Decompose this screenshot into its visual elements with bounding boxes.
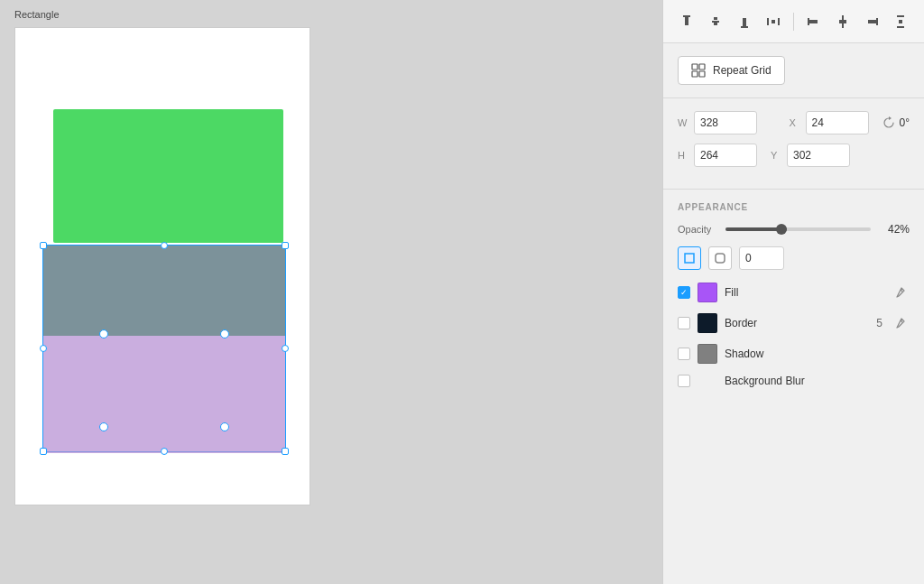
blur-checkbox[interactable] (678, 375, 690, 387)
fill-row: Fill (678, 283, 910, 302)
handle-right-mid[interactable] (282, 345, 289, 352)
border-label: Border (725, 317, 869, 329)
svg-rect-7 (767, 18, 769, 25)
shadow-row: Shadow (678, 344, 910, 364)
canvas-area: Rectangle (0, 0, 662, 584)
w-label: W (678, 117, 688, 128)
rect-green[interactable] (53, 109, 283, 243)
y-label: Y (771, 150, 781, 161)
rotation-group: 0° (882, 116, 910, 130)
repeat-grid-label: Repeat Grid (713, 64, 772, 77)
x-input[interactable] (806, 111, 869, 134)
opacity-slider-thumb[interactable] (776, 224, 787, 235)
fill-eyedropper-button[interactable] (890, 283, 910, 302)
svg-rect-9 (772, 20, 775, 23)
inner-handle-tl[interactable] (99, 329, 108, 338)
svg-rect-3 (714, 17, 717, 20)
handle-top-mid[interactable] (161, 242, 168, 249)
svg-rect-17 (897, 26, 904, 28)
svg-rect-23 (685, 254, 694, 263)
svg-rect-18 (899, 20, 902, 23)
appearance-section: APPEARANCE Opacity 42% (663, 190, 924, 411)
appearance-title: APPEARANCE (678, 202, 910, 212)
svg-rect-2 (712, 21, 719, 23)
svg-rect-20 (699, 64, 705, 70)
svg-line-25 (901, 290, 902, 292)
align-right-button[interactable] (859, 9, 884, 34)
width-height-row: W X 0° (678, 111, 910, 134)
distribute-h-button[interactable] (761, 9, 786, 34)
svg-rect-24 (716, 254, 725, 263)
shadow-label: Shadow (725, 348, 910, 360)
svg-rect-14 (876, 18, 878, 25)
corner-round-icon (714, 252, 726, 264)
rect-purple[interactable] (43, 336, 285, 453)
x-label: X (790, 117, 800, 128)
handle-left-mid[interactable] (40, 345, 47, 352)
repeat-grid-icon (691, 63, 706, 78)
border-color-swatch[interactable] (698, 313, 717, 333)
svg-rect-15 (868, 20, 876, 23)
svg-rect-19 (692, 64, 698, 70)
svg-rect-8 (778, 18, 780, 25)
repeat-grid-button[interactable]: Repeat Grid (678, 56, 785, 85)
y-input[interactable] (787, 144, 850, 167)
corner-square-button[interactable] (678, 246, 701, 270)
opacity-row: Opacity 42% (678, 223, 910, 236)
right-panel: Repeat Grid W X 0° H Y (662, 0, 924, 584)
shadow-color-swatch[interactable] (698, 344, 717, 364)
rect-gray[interactable] (43, 246, 285, 336)
layer-label: Rectangle (14, 9, 648, 20)
width-input[interactable] (694, 111, 757, 134)
align-bottom-button[interactable] (732, 9, 757, 34)
shadow-checkbox[interactable] (678, 348, 690, 360)
svg-rect-6 (743, 18, 746, 26)
border-row: Border 5 (678, 313, 910, 333)
inner-handle-br[interactable] (220, 422, 229, 431)
fill-color-swatch[interactable] (698, 283, 717, 302)
handle-bottom-left[interactable] (40, 448, 47, 455)
svg-rect-0 (683, 15, 690, 17)
border-eyedropper-button[interactable] (890, 313, 910, 333)
svg-rect-11 (809, 20, 818, 23)
eyedropper-icon (893, 286, 906, 299)
corner-radius-input[interactable] (739, 246, 784, 270)
repeat-grid-section: Repeat Grid (663, 43, 924, 98)
svg-rect-16 (897, 15, 904, 17)
inner-handle-bl[interactable] (99, 422, 108, 431)
corner-radius-row (678, 246, 910, 270)
svg-rect-10 (808, 18, 809, 25)
svg-rect-4 (714, 23, 717, 25)
fill-checkbox[interactable] (678, 286, 690, 299)
svg-rect-21 (692, 71, 698, 77)
svg-rect-1 (685, 17, 688, 25)
fill-label: Fill (725, 286, 882, 299)
border-value: 5 (876, 317, 882, 329)
h-label: H (678, 150, 688, 161)
properties-section: W X 0° H Y (663, 98, 924, 190)
align-top-button[interactable] (674, 9, 699, 34)
height-input[interactable] (694, 144, 757, 167)
background-blur-row: Background Blur (678, 375, 910, 387)
toolbar (663, 0, 924, 43)
rotation-value: 0° (900, 116, 910, 129)
rect-selected-group[interactable] (42, 245, 286, 452)
handle-top-left[interactable] (40, 242, 47, 249)
align-left-button[interactable] (801, 9, 827, 34)
border-checkbox[interactable] (678, 317, 690, 329)
opacity-slider[interactable] (725, 227, 871, 231)
height-y-row: H Y (678, 144, 910, 167)
handle-bottom-right[interactable] (282, 448, 289, 455)
toolbar-separator (793, 13, 794, 31)
corner-round-button[interactable] (708, 246, 732, 270)
align-center-button[interactable] (830, 9, 855, 34)
distribute-v-button[interactable] (888, 9, 913, 34)
border-eyedropper-icon (893, 317, 906, 329)
canvas-frame (14, 27, 310, 505)
inner-handle-tr[interactable] (220, 329, 229, 338)
svg-rect-13 (839, 20, 846, 23)
align-middle-button[interactable] (703, 9, 728, 34)
opacity-value: 42% (878, 223, 910, 236)
handle-top-right[interactable] (282, 242, 289, 249)
handle-bottom-mid[interactable] (161, 448, 168, 455)
